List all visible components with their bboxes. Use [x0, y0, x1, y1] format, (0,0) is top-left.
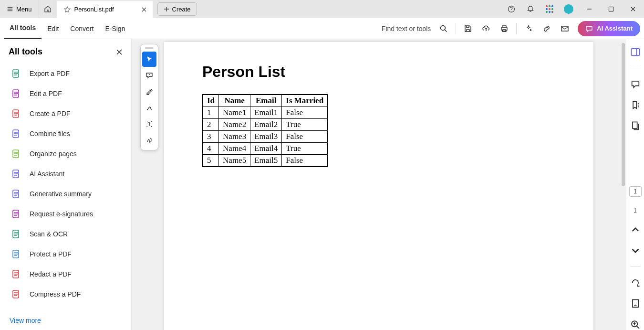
search-icon [439, 24, 448, 33]
select-tool-button[interactable] [142, 52, 156, 67]
email-button[interactable] [556, 18, 574, 39]
table-cell: Email1 [250, 107, 282, 119]
sidebar-item[interactable]: Organize pages [0, 144, 131, 164]
sidebar-close-button[interactable] [116, 49, 123, 55]
help-icon [508, 5, 515, 13]
fit-page-button[interactable] [630, 298, 641, 309]
svg-rect-17 [631, 49, 639, 56]
apps-button[interactable] [540, 0, 559, 18]
sidebar-item[interactable]: Generative summary [0, 184, 131, 204]
sidebar-item-label: Protect a PDF [30, 250, 72, 258]
tab-esign[interactable]: E-Sign [99, 18, 131, 39]
titlebar: Menu PersonList.pdf Create [0, 0, 644, 18]
sidebar-item[interactable]: Export a PDF [0, 64, 131, 84]
rotate-icon [630, 277, 641, 288]
table-row: 1Name1Email1False [203, 107, 328, 119]
bookmark-icon [630, 100, 641, 110]
cloud-upload-button[interactable] [477, 18, 495, 39]
window-maximize[interactable] [600, 0, 622, 18]
view-more-link[interactable]: View more [0, 310, 131, 324]
window-close[interactable] [622, 0, 644, 18]
sidebar-item[interactable]: AI Assistant [0, 164, 131, 184]
sidebar-item[interactable]: Edit a PDF [0, 84, 131, 104]
tab-convert[interactable]: Convert [64, 18, 99, 39]
floating-toolbar [140, 44, 158, 150]
table-header: Name [219, 95, 250, 107]
sidebar-item[interactable]: Redact a PDF [0, 264, 131, 284]
table-cell: Name3 [219, 131, 250, 143]
draw-icon [145, 104, 153, 112]
sidebar-item[interactable]: Prepare a form [0, 304, 131, 310]
tab-all-tools[interactable]: All tools [4, 18, 42, 39]
svg-rect-3 [561, 26, 568, 31]
menu-button[interactable]: Menu [0, 0, 39, 18]
sidebar-item-label: Redact a PDF [30, 270, 72, 278]
sidebar-item-label: Export a PDF [30, 70, 70, 77]
find-label[interactable]: Find text or tools [382, 25, 431, 32]
hamburger-icon [7, 6, 13, 12]
notifications-button[interactable] [521, 0, 540, 18]
svg-rect-18 [632, 122, 637, 128]
tab-close-icon[interactable] [141, 7, 147, 12]
home-icon [44, 5, 52, 13]
search-button[interactable] [435, 18, 453, 39]
sidebar-item[interactable]: Protect a PDF [0, 244, 131, 264]
page-number-input[interactable]: 1 [629, 186, 642, 197]
highlight-tool-button[interactable] [142, 84, 156, 99]
ai-sparkle-button[interactable] [519, 18, 538, 39]
panel-toggle-button[interactable] [630, 47, 641, 57]
document-title: Person List [202, 63, 555, 81]
sidebar-item[interactable]: Request e-signatures [0, 204, 131, 224]
sparkle-icon [524, 24, 533, 33]
sign-tool-button[interactable] [142, 133, 156, 148]
chevron-down-icon [630, 245, 641, 256]
bookmarks-button[interactable] [630, 100, 641, 110]
tool-icon [11, 229, 21, 239]
document-viewer[interactable]: Person List IdNameEmailIs Married 1Name1… [132, 39, 626, 330]
tab-title: PersonList.pdf [74, 6, 137, 13]
page-up-button[interactable] [630, 224, 641, 235]
rotate-button[interactable] [630, 277, 641, 288]
print-button[interactable] [495, 18, 513, 39]
help-button[interactable] [502, 0, 521, 18]
sidebar-item[interactable]: Create a PDF [0, 104, 131, 124]
comments-panel-button[interactable] [630, 79, 641, 89]
home-button[interactable] [39, 0, 57, 18]
link-button[interactable] [538, 18, 556, 39]
chevron-up-icon [630, 224, 641, 235]
vertical-scrollbar[interactable] [622, 43, 625, 186]
create-button[interactable]: Create [157, 2, 197, 16]
tool-icon [11, 69, 21, 78]
svg-rect-1 [609, 7, 613, 11]
table-row: 3Name3Email3False [203, 131, 328, 143]
draw-tool-button[interactable] [142, 100, 156, 116]
text-tool-button[interactable] [142, 117, 156, 132]
drag-grip[interactable] [145, 47, 154, 49]
tool-icon [11, 209, 21, 219]
ai-chat-icon [585, 25, 593, 32]
document-tab[interactable]: PersonList.pdf [57, 0, 153, 18]
tab-edit[interactable]: Edit [42, 18, 64, 39]
profile-button[interactable] [559, 0, 578, 18]
svg-point-2 [441, 25, 446, 30]
pages-thumbnail-button[interactable] [630, 121, 641, 131]
table-cell: Name5 [219, 155, 250, 167]
comment-tool-button[interactable] [142, 68, 156, 83]
sidebar-item[interactable]: Scan & OCR [0, 224, 131, 244]
tool-icon [11, 289, 21, 299]
ai-assistant-button[interactable]: AI Assistant [578, 21, 640, 36]
tool-icon [11, 269, 21, 279]
table-header: Is Married [282, 95, 328, 107]
tool-icon [11, 109, 21, 118]
highlight-icon [145, 88, 153, 96]
sidebar-item[interactable]: Compress a PDF [0, 284, 131, 304]
zoom-button[interactable] [630, 319, 641, 330]
pages-icon [630, 121, 641, 131]
window-minimize[interactable] [578, 0, 600, 18]
page-fit-icon [630, 298, 641, 309]
comments-icon [630, 79, 641, 89]
page-total: 1 [634, 207, 637, 214]
page-down-button[interactable] [630, 245, 641, 256]
save-button[interactable] [459, 18, 477, 39]
sidebar-item[interactable]: Combine files [0, 124, 131, 144]
